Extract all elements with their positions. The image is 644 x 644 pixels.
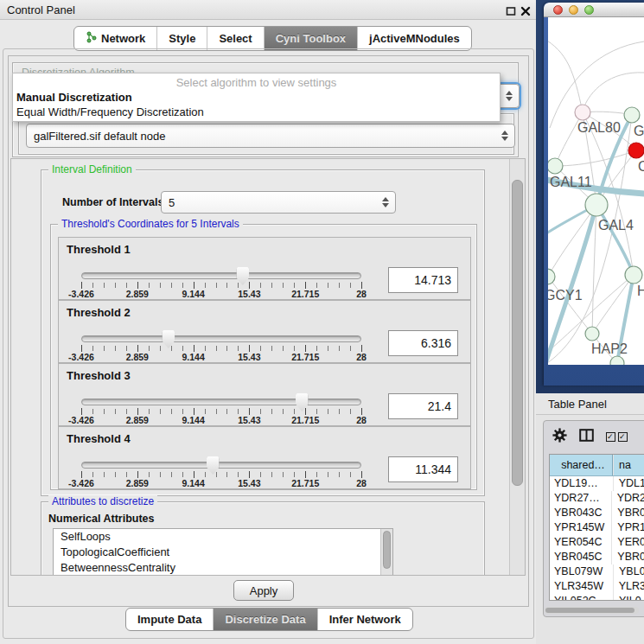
table-row[interactable]: YPR145WYPR1 xyxy=(550,520,644,535)
number-of-intervals-value: 5 xyxy=(169,196,175,209)
window-title: Control Panel xyxy=(7,3,75,16)
threshold-3-slider[interactable] xyxy=(81,399,361,405)
table-row[interactable]: YER054CYER0 xyxy=(550,535,644,550)
combo-arrows-icon xyxy=(506,91,513,101)
node-hap2[interactable] xyxy=(585,327,599,341)
tab-style[interactable]: Style xyxy=(157,27,207,50)
node-gcy1[interactable] xyxy=(548,269,555,284)
table-row[interactable]: YDR27…YDR2 xyxy=(550,491,644,506)
node-label: GAL80 xyxy=(577,120,621,135)
checkbox-checked-icon: ✓ xyxy=(606,432,615,442)
slider-ticks xyxy=(81,472,361,477)
slider-ticks xyxy=(81,409,361,414)
threshold-1-slider[interactable] xyxy=(81,272,361,279)
column-visibility-icons[interactable]: ✓ ✓ xyxy=(606,432,628,442)
table-panel: Table Panel xyxy=(536,393,644,644)
slider-ticks xyxy=(81,283,361,288)
threshold-3-label: Threshold 3 xyxy=(67,369,131,382)
threshold-4-value-field[interactable]: 11.344 xyxy=(388,456,458,482)
column-header[interactable]: shared… xyxy=(550,455,613,475)
minimize-yellow-icon[interactable] xyxy=(569,5,578,15)
tab-cyni-toolbox[interactable]: Cyni Toolbox xyxy=(265,27,358,50)
threshold-2-value-field[interactable]: 6.316 xyxy=(388,330,458,356)
node-label: GA xyxy=(634,124,644,138)
table-row[interactable]: YIL052CYIL0 xyxy=(550,594,644,601)
slider-tick-labels: -3.4262.859 9.14415.43 21.71528 xyxy=(81,415,361,425)
numerical-attributes-label: Numerical Attributes xyxy=(48,513,154,525)
tab-impute-data[interactable]: Impute Data xyxy=(126,609,214,630)
gear-icon[interactable] xyxy=(552,428,567,446)
threshold-2-panel: Threshold 2 -3.4262.859 9.14415.43 21.71… xyxy=(58,300,471,363)
node-label: H xyxy=(637,284,644,298)
tab-infer-network[interactable]: Infer Network xyxy=(318,609,412,630)
settings-scrollbar[interactable] xyxy=(509,159,525,575)
list-item[interactable]: TopologicalCoefficient xyxy=(54,545,392,560)
node-label: GAL4 xyxy=(598,218,634,233)
tab-discretize-data[interactable]: Discretize Data xyxy=(214,609,317,630)
table-horizontal-scrollbar[interactable] xyxy=(545,607,639,614)
numerical-attributes-list[interactable]: SelfLoops TopologicalCoefficient Between… xyxy=(53,528,393,576)
threshold-coordinates-title: Threshold's Coordinates for 5 Intervals xyxy=(58,218,243,230)
threshold-4-label: Threshold 4 xyxy=(67,432,131,445)
threshold-2-slider[interactable] xyxy=(81,335,361,342)
node-cut-right[interactable] xyxy=(625,266,642,284)
node-gal11[interactable] xyxy=(548,158,563,174)
slider-ticks xyxy=(81,346,361,351)
combo-arrows-icon xyxy=(382,197,389,207)
node-label: GAL11 xyxy=(550,175,592,189)
slider-tick-labels: -3.4262.859 9.14415.43 21.71528 xyxy=(81,478,361,488)
number-of-intervals-label: Number of Intervals xyxy=(62,196,163,208)
apply-button[interactable]: Apply xyxy=(233,580,294,601)
threshold-coordinates-group: Threshold's Coordinates for 5 Intervals … xyxy=(50,224,477,490)
threshold-1-label: Threshold 1 xyxy=(67,243,131,256)
close-icon[interactable] xyxy=(520,4,531,15)
number-of-intervals-combobox[interactable]: 5 xyxy=(161,191,396,214)
table-row[interactable]: YBR043CYBR0 xyxy=(550,506,644,520)
split-table-icon[interactable] xyxy=(579,429,594,445)
zoom-green-icon[interactable] xyxy=(584,5,594,15)
slider-tick-labels: -3.4262.859 9.14415.43 21.71528 xyxy=(81,352,361,362)
table-row[interactable]: YLR345WYLR3 xyxy=(550,579,644,594)
attributes-group: Attributes to discretize Numerical Attri… xyxy=(41,501,485,576)
table-panel-title: Table Panel xyxy=(536,393,644,415)
threshold-4-panel: Threshold 4 -3.4262.859 9.14415.43 21.71… xyxy=(58,426,471,489)
control-panel-tabbar: Network Style Select Cyni Toolbox jActiv… xyxy=(73,26,472,51)
node-attribute-table[interactable]: shared… na YDL19…YDL1 YDR27…YDR2 YBR043C… xyxy=(549,454,644,601)
popup-option-manual-discretization[interactable]: Manual Discretization xyxy=(13,90,500,105)
list-scrollbar[interactable] xyxy=(380,529,392,576)
table-panel-body: ✓ ✓ shared… na YDL19…YDL1 YDR27…YDR2 YBR… xyxy=(543,420,644,617)
table-row[interactable]: YBL079WYBL0 xyxy=(550,564,644,579)
node-label: C xyxy=(638,159,644,174)
table-row[interactable]: YBR045CYBR0 xyxy=(550,550,644,564)
close-red-icon[interactable] xyxy=(553,5,563,15)
threshold-3-value-field[interactable]: 21.4 xyxy=(388,393,458,419)
tab-network[interactable]: Network xyxy=(74,27,157,50)
table-data-combobox[interactable]: galFiltered.sif default node xyxy=(26,124,515,148)
node-cut-bottom[interactable] xyxy=(610,356,624,365)
network-canvas[interactable]: GAL80 GA C GAL11 GAL4 GCY1 H HAP2 xyxy=(548,17,644,365)
node-gal80[interactable] xyxy=(575,105,590,120)
list-item[interactable]: SelfLoops xyxy=(54,529,392,545)
attributes-title: Attributes to discretize xyxy=(48,495,157,507)
control-panel-titlebar: Control Panel xyxy=(0,0,536,20)
network-view-window: GAL80 GA C GAL11 GAL4 GCY1 H HAP2 xyxy=(544,3,644,386)
settings-scrollpane: Interval Definition Number of Intervals … xyxy=(10,158,526,576)
threshold-4-slider[interactable] xyxy=(81,462,361,469)
popup-option-equal-width-frequency[interactable]: Equal Width/Frequency Discretization xyxy=(13,105,500,119)
threshold-3-panel: Threshold 3 -3.4262.859 9.14415.43 21.71… xyxy=(58,363,471,426)
float-icon[interactable] xyxy=(506,4,516,15)
node-cut-top-right[interactable] xyxy=(624,107,640,123)
network-icon xyxy=(86,31,97,46)
threshold-1-value-field[interactable]: 14.713 xyxy=(388,267,458,293)
popup-hint: Select algorithm to view settings xyxy=(13,73,500,90)
slider-tick-labels: -3.4262.859 9.14415.43 21.71528 xyxy=(81,289,361,299)
tab-jactivemnodules[interactable]: jActiveMNodules xyxy=(358,27,471,50)
table-row[interactable]: YDL19…YDL1 xyxy=(550,476,644,491)
column-header[interactable]: na xyxy=(613,455,644,475)
node-label: HAP2 xyxy=(591,341,628,356)
tab-select[interactable]: Select xyxy=(207,27,264,50)
node-gal4[interactable] xyxy=(585,194,608,216)
list-item[interactable]: BetweennessCentrality xyxy=(54,560,392,576)
bottom-tabbar: Impute Data Discretize Data Infer Networ… xyxy=(125,608,413,631)
node-red-selected[interactable] xyxy=(628,143,644,158)
